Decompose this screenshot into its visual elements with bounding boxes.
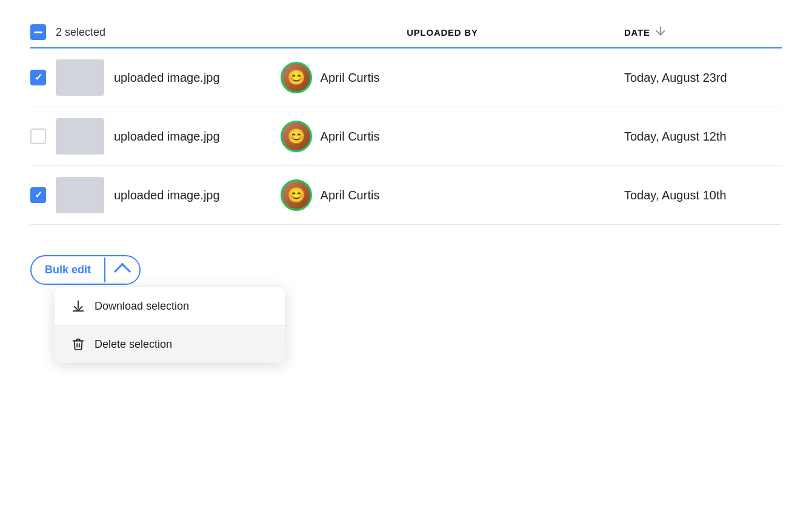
avatar-3: 😊 [281, 179, 312, 211]
uploader-name-2: April Curtis [321, 130, 380, 144]
date-cell-1: Today, August 23rd [624, 71, 782, 85]
row-checkbox-3[interactable] [30, 187, 46, 203]
header-checkbox-area: 2 selected [30, 24, 200, 40]
avatar-2: 😊 [281, 121, 312, 152]
bulk-edit-area: Bulk edit Download selection [30, 255, 141, 285]
selected-count-label: 2 selected [56, 26, 105, 39]
uploader-info-3: 😊 April Curtis [281, 179, 624, 211]
thumbnail-2 [56, 118, 104, 155]
table-row: uploaded image.jpg 😊 April Curtis Today,… [30, 107, 782, 166]
avatar-face-3: 😊 [282, 181, 310, 209]
download-selection-label: Download selection [95, 300, 189, 313]
file-name-1: uploaded image.jpg [114, 71, 220, 85]
uploader-info-2: 😊 April Curtis [281, 121, 624, 152]
table-header: 2 selected UPLOADED BY DATE [30, 24, 782, 48]
download-selection-item[interactable]: Download selection [55, 287, 285, 325]
thumbnail-1 [56, 59, 104, 96]
select-all-checkbox[interactable] [30, 24, 46, 40]
row-checkbox-2[interactable] [30, 128, 46, 144]
avatar-face-2: 😊 [282, 122, 310, 150]
col-header-uploaded-by: UPLOADED BY [261, 27, 624, 38]
row-left: uploaded image.jpg [30, 118, 220, 155]
trash-icon [72, 338, 85, 351]
row-left: uploaded image.jpg [30, 59, 220, 96]
delete-selection-label: Delete selection [95, 338, 172, 351]
sort-icon[interactable] [654, 24, 667, 40]
uploader-info-1: 😊 April Curtis [281, 62, 624, 93]
page-container: 2 selected UPLOADED BY DATE uploaded ima… [0, 0, 812, 309]
chevron-up-icon [114, 263, 131, 280]
file-name-3: uploaded image.jpg [114, 188, 220, 202]
col-header-date: DATE [624, 24, 782, 40]
bulk-edit-chevron[interactable] [105, 256, 139, 284]
table-row: uploaded image.jpg 😊 April Curtis Today,… [30, 166, 782, 225]
thumbnail-3 [56, 177, 104, 213]
row-left: uploaded image.jpg [30, 177, 220, 213]
table-row: uploaded image.jpg 😊 April Curtis Today,… [30, 48, 782, 107]
uploader-name-1: April Curtis [321, 71, 380, 85]
download-icon [72, 299, 85, 313]
avatar-1: 😊 [281, 62, 312, 93]
row-checkbox-1[interactable] [30, 70, 46, 85]
bulk-edit-label: Bulk edit [32, 258, 105, 282]
bulk-edit-dropdown: Download selection Delete selection [55, 287, 285, 363]
date-cell-3: Today, August 10th [624, 188, 782, 202]
uploader-name-3: April Curtis [321, 188, 380, 202]
bulk-edit-button[interactable]: Bulk edit [30, 255, 141, 285]
avatar-face-1: 😊 [282, 64, 310, 91]
file-name-2: uploaded image.jpg [114, 130, 220, 144]
date-cell-2: Today, August 12th [624, 130, 782, 144]
delete-selection-item[interactable]: Delete selection [55, 325, 285, 363]
